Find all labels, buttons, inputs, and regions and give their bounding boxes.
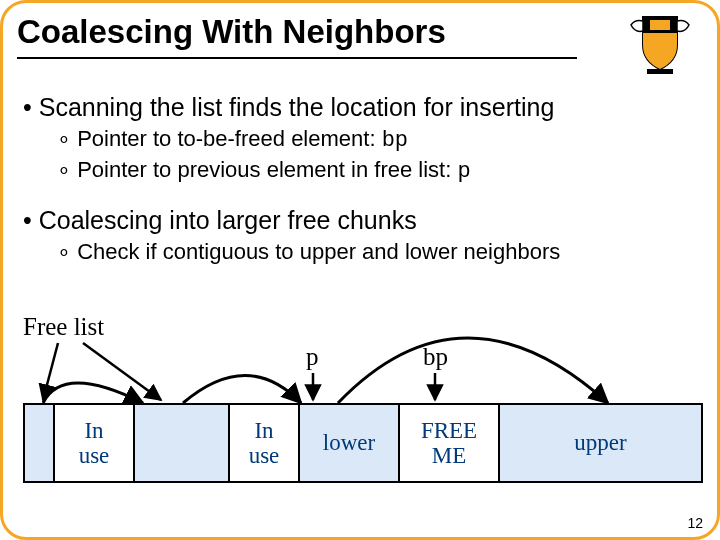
svg-rect-1 [647, 69, 673, 74]
lower-label: lower [323, 430, 375, 455]
inuse-d-top: In [254, 418, 273, 443]
block-free-c [135, 405, 230, 481]
bullet-1-sub-1: Pointer to to-be-freed element: bp [57, 126, 697, 153]
pointer-bp-label: bp [423, 343, 448, 371]
title-wrap: Coalescing With Neighbors [17, 13, 577, 59]
svg-line-3 [83, 343, 161, 400]
upper-label: upper [574, 430, 626, 455]
inuse-b-bot: use [79, 443, 110, 468]
content-area: Scanning the list finds the location for… [23, 83, 697, 265]
slide-title: Coalescing With Neighbors [17, 13, 577, 51]
block-inuse-d: In use [230, 405, 300, 481]
bullet-1-sub-2: Pointer to previous element in free list… [57, 157, 697, 184]
page-number: 12 [687, 515, 703, 531]
free-list-label: Free list [23, 313, 104, 341]
bullet-1: Scanning the list finds the location for… [23, 93, 697, 122]
block-lower: lower [300, 405, 400, 481]
freeme-top: FREE [421, 418, 477, 443]
inuse-d-bot: use [249, 443, 280, 468]
slide: Coalescing With Neighbors Scanning the l… [0, 0, 720, 540]
svg-rect-0 [650, 20, 670, 30]
block-free-a [25, 405, 55, 481]
freeme-bot: ME [432, 443, 467, 468]
b1s2-code: p [457, 159, 470, 184]
block-inuse-b: In use [55, 405, 135, 481]
block-freeme: FREE ME [400, 405, 500, 481]
pointer-p-label: p [306, 343, 319, 371]
bullet-2-sub-1: Check if contiguous to upper and lower n… [57, 239, 697, 265]
memory-diagram: In use In use lower FREE ME upper [23, 403, 703, 483]
block-upper: upper [500, 405, 701, 481]
princeton-shield-icon [625, 11, 695, 75]
b1s2-text: Pointer to previous element in free list… [77, 157, 457, 182]
svg-line-2 [43, 343, 58, 400]
bullet-2: Coalescing into larger free chunks [23, 206, 697, 235]
inuse-b-top: In [84, 418, 103, 443]
b1s1-text: Pointer to to-be-freed element: [77, 126, 382, 151]
b1s1-code: bp [382, 128, 408, 153]
